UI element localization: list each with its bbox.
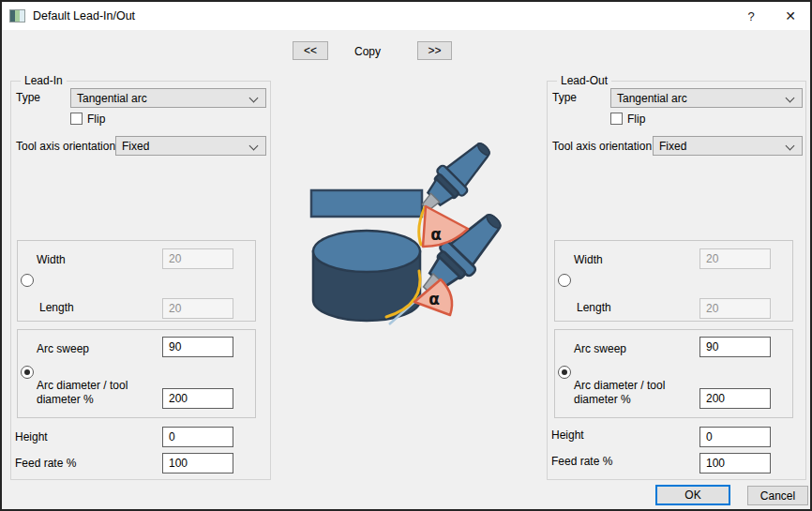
lead-in-arc-sweep-input[interactable]	[162, 337, 233, 357]
lead-out-size-mode-radio[interactable]	[558, 274, 571, 287]
lead-in-flip-label: Flip	[87, 113, 105, 126]
lead-out-arc-mode-radio[interactable]	[558, 366, 571, 379]
lead-in-height-input[interactable]	[162, 427, 233, 447]
lead-in-feed-rate-input[interactable]	[162, 453, 233, 473]
chevron-down-icon	[249, 94, 259, 103]
lead-in-size-mode-radio[interactable]	[21, 274, 34, 287]
lead-in-group-label: Lead-In	[21, 74, 67, 87]
lead-out-feed-rate-label: Feed rate %	[551, 455, 612, 468]
lead-in-tool-axis-value: Fixed	[122, 140, 149, 153]
lead-in-size-box: Width Length	[17, 240, 256, 322]
lead-in-flip-checkbox[interactable]	[70, 113, 83, 125]
copy-label: Copy	[344, 45, 391, 58]
app-icon	[9, 9, 25, 23]
lead-out-width-label: Width	[574, 253, 603, 266]
help-button[interactable]: ?	[731, 2, 771, 30]
lead-in-type-label: Type	[16, 91, 40, 104]
lead-out-arc-sweep-label: Arc sweep	[574, 342, 626, 355]
lead-out-length-label: Length	[577, 301, 611, 314]
lead-out-arc-diameter-label: Arc diameter / tool diameter %	[574, 379, 684, 407]
lead-in-type-value: Tangential arc	[77, 92, 147, 105]
lead-out-type-value: Tangential arc	[617, 92, 687, 105]
lead-in-width-label: Width	[37, 253, 66, 266]
lead-out-flip-label: Flip	[627, 113, 645, 126]
lead-out-flip-checkbox[interactable]	[610, 113, 623, 125]
lead-in-arc-box: Arc sweep Arc diameter / tool diameter %	[17, 329, 256, 418]
lead-in-type-dropdown[interactable]: Tangential arc	[70, 88, 266, 108]
lead-out-height-label: Height	[551, 428, 584, 442]
lead-out-tool-axis-value: Fixed	[659, 140, 686, 153]
lead-out-feed-rate-input[interactable]	[699, 453, 771, 473]
alpha-label-upper: α	[430, 225, 442, 244]
lead-in-arc-diameter-label: Arc diameter / tool diameter %	[37, 379, 147, 407]
chevron-down-icon	[786, 94, 795, 103]
copy-back-button[interactable]: <<	[293, 41, 328, 60]
lead-in-out-illustration: α α	[283, 124, 546, 349]
lead-out-group: Lead-Out Type Tangential arc Flip Tool a…	[547, 81, 806, 480]
lead-out-arc-sweep-input[interactable]	[699, 337, 771, 357]
titlebar: Default Lead-In/Out ? ✕	[2, 2, 810, 30]
lead-out-type-dropdown[interactable]: Tangential arc	[610, 88, 803, 108]
lead-out-type-label: Type	[552, 91, 577, 104]
lead-out-size-box: Width Length	[554, 240, 793, 322]
lead-in-arc-sweep-label: Arc sweep	[37, 342, 89, 355]
lead-in-length-input	[162, 298, 233, 319]
lead-out-group-label: Lead-Out	[557, 74, 611, 87]
window-title: Default Lead-In/Out	[33, 9, 135, 23]
alpha-label-lower: α	[429, 290, 440, 308]
cancel-button[interactable]: Cancel	[747, 486, 808, 505]
dialog-window: Default Lead-In/Out ? ✕ << Copy >> Lead-…	[0, 0, 812, 511]
lead-in-length-label: Length	[39, 301, 74, 314]
lead-in-tool-axis-dropdown[interactable]: Fixed	[115, 136, 266, 156]
lead-out-height-input[interactable]	[699, 427, 771, 447]
lead-in-width-input	[162, 248, 233, 269]
lead-in-arc-mode-radio[interactable]	[21, 366, 34, 379]
lead-in-tool-axis-label: Tool axis orientation	[16, 140, 115, 153]
chevron-down-icon	[786, 142, 795, 151]
workpiece-bar	[311, 190, 422, 217]
lead-in-feed-rate-label: Feed rate %	[15, 457, 76, 470]
lead-in-group: Lead-In Type Tangential arc Flip Tool ax…	[10, 81, 271, 480]
lead-in-arc-diameter-input[interactable]	[162, 388, 233, 409]
close-button[interactable]: ✕	[771, 2, 810, 30]
lead-in-height-label: Height	[15, 430, 48, 443]
lead-out-tool-axis-dropdown[interactable]: Fixed	[653, 136, 803, 156]
lead-out-arc-diameter-input[interactable]	[699, 388, 771, 409]
chevron-down-icon	[249, 142, 259, 151]
ok-button[interactable]: OK	[655, 485, 730, 505]
lead-out-width-input	[699, 248, 771, 269]
lead-out-arc-box: Arc sweep Arc diameter / tool diameter %	[554, 329, 793, 418]
copy-forward-button[interactable]: >>	[417, 41, 452, 60]
lead-out-tool-axis-label: Tool axis orientation	[552, 140, 652, 153]
lead-out-length-input	[699, 298, 771, 319]
